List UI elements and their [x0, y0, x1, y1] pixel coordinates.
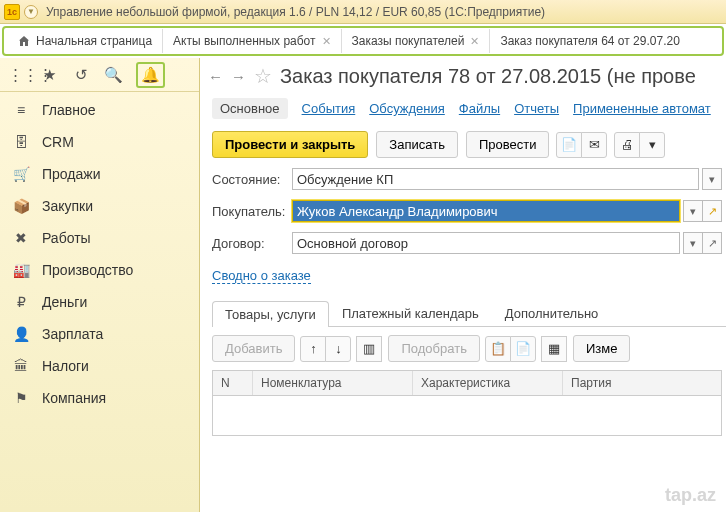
summary-link[interactable]: Сводно о заказе	[212, 268, 311, 284]
sidebar: ⋮⋮⋮ ★ ↺ 🔍 🔔 ≡Главное 🗄CRM 🛒Продажи 📦Заку…	[0, 58, 200, 512]
section-discussions[interactable]: Обсуждения	[369, 101, 445, 116]
sidebar-item-production[interactable]: 🏭Производство	[0, 254, 199, 286]
section-main[interactable]: Основное	[212, 98, 288, 119]
barcode-button[interactable]: ▥	[356, 336, 382, 362]
tab-label: Заказы покупателей	[352, 34, 465, 48]
change-button[interactable]: Изме	[573, 335, 630, 362]
tab-goods[interactable]: Товары, услуги	[212, 301, 329, 327]
app-logo-icon: 1c	[4, 4, 20, 20]
tab-label: Акты выполненных работ	[173, 34, 315, 48]
back-button[interactable]: ←	[208, 68, 223, 85]
col-party[interactable]: Партия	[563, 371, 721, 395]
add-row-button[interactable]: Добавить	[212, 335, 295, 362]
sidebar-toolbar: ⋮⋮⋮ ★ ↺ 🔍 🔔	[0, 58, 199, 92]
favorite-star-icon[interactable]: ☆	[254, 64, 272, 88]
col-nomenclature[interactable]: Номенклатура	[253, 371, 413, 395]
tab-additional[interactable]: Дополнительно	[492, 300, 612, 326]
buyer-field[interactable]: Жуков Александр Владимирович	[292, 200, 680, 222]
cart-icon: 🛒	[12, 166, 30, 182]
state-label: Состояние:	[212, 172, 292, 187]
sidebar-item-purchase[interactable]: 📦Закупки	[0, 190, 199, 222]
grid-header: N Номенклатура Характеристика Партия	[212, 370, 722, 396]
sidebar-item-crm[interactable]: 🗄CRM	[0, 126, 199, 158]
sidebar-item-label: Компания	[42, 390, 106, 406]
dropdown-button[interactable]: ▾	[683, 232, 703, 254]
sidebar-item-label: Работы	[42, 230, 91, 246]
dropdown-button[interactable]: ▾	[683, 200, 703, 222]
pick-button[interactable]: Подобрать	[388, 335, 479, 362]
open-button[interactable]: ↗	[702, 232, 722, 254]
sidebar-item-salary[interactable]: 👤Зарплата	[0, 318, 199, 350]
state-field[interactable]: Обсуждение КП	[292, 168, 699, 190]
content-area: ← → ☆ Заказ покупателя 78 от 27.08.2015 …	[200, 58, 726, 512]
print-dropdown[interactable]: ▾	[639, 132, 665, 158]
section-events[interactable]: События	[302, 101, 356, 116]
home-icon	[18, 35, 30, 47]
action-toolbar: Провести и закрыть Записать Провести 📄 ✉…	[208, 127, 726, 168]
document-tabs: Начальная страница Акты выполненных рабо…	[2, 26, 724, 56]
sidebar-item-label: Главное	[42, 102, 96, 118]
close-icon[interactable]: ✕	[470, 35, 479, 48]
sidebar-item-label: Продажи	[42, 166, 100, 182]
post-and-close-button[interactable]: Провести и закрыть	[212, 131, 368, 158]
move-up-button[interactable]: ↑	[300, 336, 326, 362]
form-panel: Состояние: Обсуждение КП ▾ Покупатель: Ж…	[208, 168, 726, 254]
app-menu-dropdown[interactable]: ▼	[24, 5, 38, 19]
dropdown-button[interactable]: ▾	[702, 168, 722, 190]
crm-icon: 🗄	[12, 134, 30, 150]
save-button[interactable]: Записать	[376, 131, 458, 158]
box-icon: 📦	[12, 198, 30, 214]
grid-toolbar: Добавить ↑ ↓ ▥ Подобрать 📋 📄 ▦ Изме	[208, 327, 726, 370]
tab-orders[interactable]: Заказы покупателей ✕	[342, 29, 491, 53]
move-down-button[interactable]: ↓	[325, 336, 351, 362]
open-button[interactable]: ↗	[702, 200, 722, 222]
flag-icon: ⚑	[12, 390, 30, 406]
sidebar-item-money[interactable]: ₽Деньги	[0, 286, 199, 318]
page-title: Заказ покупателя 78 от 27.08.2015 (не пр…	[280, 65, 696, 88]
contract-field[interactable]: Основной договор	[292, 232, 680, 254]
sidebar-item-taxes[interactable]: 🏛Налоги	[0, 350, 199, 382]
copy-button[interactable]: 📋	[485, 336, 511, 362]
paste-button[interactable]: 📄	[510, 336, 536, 362]
sidebar-item-label: Закупки	[42, 198, 93, 214]
history-icon[interactable]: ↺	[72, 66, 90, 84]
contract-label: Договор:	[212, 236, 292, 251]
person-icon: 👤	[12, 326, 30, 342]
bell-icon[interactable]: 🔔	[141, 66, 160, 83]
tab-acts[interactable]: Акты выполненных работ ✕	[163, 29, 341, 53]
section-reports[interactable]: Отчеты	[514, 101, 559, 116]
tab-home[interactable]: Начальная страница	[8, 29, 163, 53]
col-characteristic[interactable]: Характеристика	[413, 371, 563, 395]
email-button[interactable]: ✉	[581, 132, 607, 158]
star-icon[interactable]: ★	[40, 66, 58, 84]
sidebar-item-label: Зарплата	[42, 326, 103, 342]
grid-body[interactable]	[212, 396, 722, 436]
sidebar-item-company[interactable]: ⚑Компания	[0, 382, 199, 414]
tab-overflow[interactable]: Заказ покупателя 64 от 29.07.20	[490, 34, 718, 48]
buyer-label: Покупатель:	[212, 204, 292, 219]
sidebar-item-label: Деньги	[42, 294, 87, 310]
detail-tabs: Товары, услуги Платежный календарь Допол…	[212, 300, 726, 327]
window-title: Управление небольшой фирмой, редакция 1.…	[46, 5, 545, 19]
search-icon[interactable]: 🔍	[104, 66, 122, 84]
sidebar-item-sales[interactable]: 🛒Продажи	[0, 158, 199, 190]
menu-icon: ≡	[12, 102, 30, 118]
forward-button[interactable]: →	[231, 68, 246, 85]
create-based-button[interactable]: 📄	[556, 132, 582, 158]
sidebar-item-label: CRM	[42, 134, 74, 150]
sidebar-item-works[interactable]: ✖Работы	[0, 222, 199, 254]
section-applied[interactable]: Примененные автомат	[573, 101, 711, 116]
section-links: Основное События Обсуждения Файлы Отчеты…	[208, 94, 726, 127]
close-icon[interactable]: ✕	[322, 35, 331, 48]
apps-icon[interactable]: ⋮⋮⋮	[8, 66, 26, 84]
watermark: tap.az	[665, 485, 716, 506]
bank-icon: 🏛	[12, 358, 30, 374]
print-button[interactable]: 🖨	[614, 132, 640, 158]
settings-button[interactable]: ▦	[541, 336, 567, 362]
tab-label: Начальная страница	[36, 34, 152, 48]
tab-payment-calendar[interactable]: Платежный календарь	[329, 300, 492, 326]
section-files[interactable]: Файлы	[459, 101, 500, 116]
sidebar-item-main[interactable]: ≡Главное	[0, 94, 199, 126]
post-button[interactable]: Провести	[466, 131, 550, 158]
col-n[interactable]: N	[213, 371, 253, 395]
